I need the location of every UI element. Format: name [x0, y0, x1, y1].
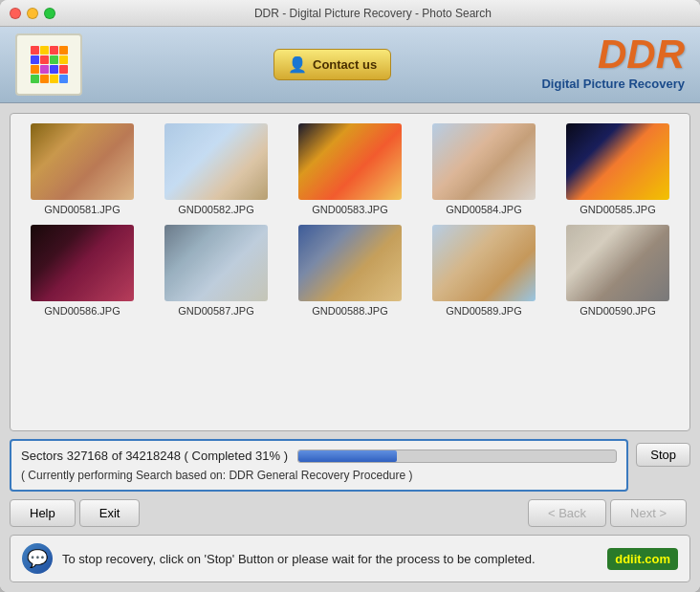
photo-filename: GND00588.JPG: [312, 305, 387, 317]
logo-cell: [50, 55, 58, 64]
app-logo: [15, 33, 82, 96]
photo-item[interactable]: GND00586.JPG: [20, 225, 144, 317]
logo-cell: [50, 65, 58, 74]
logo-cell: [50, 75, 58, 83]
logo-cell: [50, 46, 58, 55]
photo-filename: GND00584.JPG: [446, 204, 521, 215]
next-button[interactable]: Next >: [610, 499, 687, 527]
contact-button[interactable]: 👤 Contact us: [273, 49, 391, 80]
stop-button[interactable]: Stop: [636, 443, 690, 467]
photo-thumbnail: [298, 225, 402, 301]
photo-thumbnail: [164, 225, 268, 301]
maximize-button[interactable]: [44, 8, 55, 19]
photo-item[interactable]: GND00584.JPG: [422, 123, 546, 215]
photo-thumbnail: [566, 123, 669, 200]
logo-cell: [59, 75, 68, 83]
app-window: DDR - Digital Picture Recovery - Photo S…: [0, 0, 700, 592]
window-controls: [10, 8, 55, 19]
photo-filename: GND00585.JPG: [580, 204, 655, 215]
close-button[interactable]: [10, 8, 21, 19]
photo-item[interactable]: GND00589.JPG: [422, 225, 546, 317]
photo-item[interactable]: GND00590.JPG: [556, 225, 680, 317]
titlebar: DDR - Digital Picture Recovery - Photo S…: [0, 0, 700, 27]
logo-cell: [40, 46, 49, 55]
progress-row: Sectors 327168 of 34218248 ( Completed 3…: [21, 449, 617, 463]
progress-section: Sectors 327168 of 34218248 ( Completed 3…: [10, 439, 690, 492]
logo-cell: [40, 55, 49, 64]
photo-filename: GND00587.JPG: [178, 305, 253, 317]
progress-bar-fill: [298, 450, 397, 462]
photo-item[interactable]: GND00585.JPG: [556, 123, 680, 215]
logo-cell: [40, 65, 49, 74]
logo-cell: [59, 55, 68, 64]
photo-item[interactable]: GND00582.JPG: [154, 123, 278, 215]
logo-cell: [31, 55, 39, 64]
photo-thumbnail: [298, 123, 402, 200]
photo-item[interactable]: GND00588.JPG: [288, 225, 412, 317]
contact-icon: 👤: [288, 55, 307, 74]
main-content: GND00581.JPGGND00582.JPGGND00583.JPGGND0…: [0, 103, 700, 592]
photo-filename: GND00582.JPG: [178, 204, 253, 215]
info-panel: 💬 To stop recovery, click on 'Stop' Butt…: [10, 535, 690, 582]
help-button[interactable]: Help: [10, 499, 76, 527]
photo-filename: GND00586.JPG: [44, 305, 120, 317]
photo-filename: GND00589.JPG: [446, 305, 521, 317]
photo-thumbnail: [164, 123, 268, 200]
ddr-title: DDR: [541, 34, 685, 75]
photo-thumbnail: [31, 123, 134, 200]
exit-button[interactable]: Exit: [79, 499, 141, 527]
logo-cell: [59, 46, 68, 55]
photo-filename: GND00590.JPG: [580, 305, 655, 317]
photo-filename: GND00581.JPG: [44, 204, 120, 215]
bottom-buttons: Help Exit < Back Next >: [10, 499, 690, 527]
photo-item[interactable]: GND00583.JPG: [288, 123, 412, 215]
logo-cell: [31, 46, 39, 55]
logo-cell: [31, 75, 39, 83]
minimize-button[interactable]: [27, 8, 38, 19]
progress-bar-container: [297, 449, 617, 463]
ddr-subtitle: Digital Picture Recovery: [541, 77, 685, 91]
ddiit-badge: ddiit.com: [607, 548, 678, 570]
progress-status: ( Currently performing Search based on: …: [21, 469, 617, 482]
photo-thumbnail: [566, 225, 669, 301]
info-message: To stop recovery, click on 'Stop' Button…: [62, 552, 598, 566]
logo-cell: [31, 65, 39, 74]
photo-panel: GND00581.JPGGND00582.JPGGND00583.JPGGND0…: [10, 113, 690, 431]
photo-item[interactable]: GND00581.JPG: [20, 123, 144, 215]
photo-thumbnail: [432, 225, 536, 301]
window-title: DDR - Digital Picture Recovery - Photo S…: [55, 7, 690, 20]
back-button[interactable]: < Back: [528, 499, 606, 527]
app-header: 👤 Contact us DDR Digital Picture Recover…: [0, 27, 700, 103]
photo-item[interactable]: GND00587.JPG: [154, 225, 278, 317]
ddr-brand: DDR Digital Picture Recovery: [541, 34, 685, 91]
info-icon: 💬: [22, 543, 53, 574]
progress-area: Sectors 327168 of 34218248 ( Completed 3…: [10, 439, 628, 492]
photo-filename: GND00583.JPG: [312, 204, 387, 215]
contact-label: Contact us: [313, 57, 377, 72]
logo-cell: [40, 75, 49, 83]
photo-thumbnail: [432, 123, 536, 200]
photo-thumbnail: [31, 225, 134, 301]
logo-grid: [31, 46, 68, 83]
logo-cell: [59, 65, 68, 74]
progress-text: Sectors 327168 of 34218248 ( Completed 3…: [21, 449, 288, 463]
photo-grid: GND00581.JPGGND00582.JPGGND00583.JPGGND0…: [20, 123, 680, 317]
